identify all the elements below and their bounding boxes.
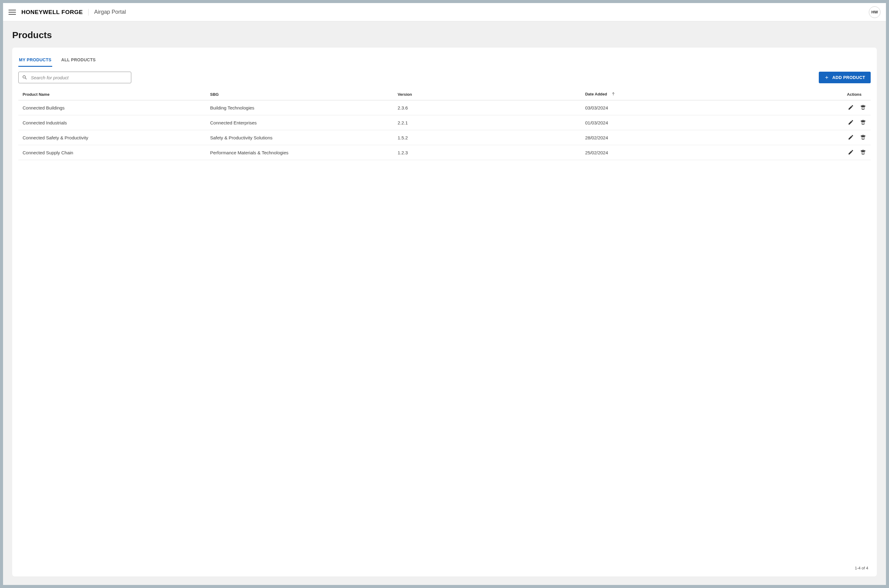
cell-date-added: 28/02/2024 [581,130,769,145]
cell-actions [769,130,871,145]
cell-sbg: Connected Enterprises [206,115,393,130]
add-product-label: ADD PRODUCT [832,75,865,80]
cell-date-added: 01/03/2024 [581,115,769,130]
cell-actions [769,115,871,130]
cell-actions [769,100,871,115]
delete-icon[interactable] [860,134,866,141]
cell-version: 1.2.3 [393,145,581,160]
cell-version: 1.5.2 [393,130,581,145]
cell-sbg: Building Technologies [206,100,393,115]
cell-name: Connected Safety & Productivity [18,130,206,145]
edit-icon[interactable] [847,119,854,126]
cell-date-added: 03/03/2024 [581,100,769,115]
search-wrap [18,72,131,83]
brand-divider [88,9,89,15]
table-row: Connected IndustrialsConnected Enterpris… [18,115,871,130]
delete-icon[interactable] [860,104,866,111]
delete-icon[interactable] [860,149,866,156]
tab-all-products[interactable]: ALL PRODUCTS [61,55,96,67]
topbar: HONEYWELL FORGE Airgap Portal HW [3,3,886,21]
products-card: MY PRODUCTS ALL PRODUCTS ADD PRODUCT [12,48,877,576]
col-header-version[interactable]: Version [393,89,581,100]
avatar[interactable]: HW [869,6,880,18]
col-header-name[interactable]: Product Name [18,89,206,100]
portal-name: Airgap Portal [94,9,126,15]
cell-actions [769,145,871,160]
search-input[interactable] [18,72,131,83]
tabs: MY PRODUCTS ALL PRODUCTS [18,55,871,67]
table-row: Connected Safety & ProductivitySafety & … [18,130,871,145]
menu-icon[interactable] [9,9,16,16]
cell-version: 2.2.1 [393,115,581,130]
add-product-button[interactable]: ADD PRODUCT [819,72,871,83]
col-header-actions: Actions [769,89,871,100]
cell-sbg: Safety & Productivity Solutions [206,130,393,145]
col-header-sbg[interactable]: SBG [206,89,393,100]
cell-name: Connected Buildings [18,100,206,115]
plus-icon [824,75,829,80]
page-title: Products [12,30,877,40]
table-row: Connected Supply ChainPerformance Materi… [18,145,871,160]
cell-date-added: 25/02/2024 [581,145,769,160]
cell-sbg: Performance Materials & Technologies [206,145,393,160]
edit-icon[interactable] [847,104,854,111]
search-icon [22,75,27,80]
pagination-label: 1-4 of 4 [18,560,871,572]
table-row: Connected BuildingsBuilding Technologies… [18,100,871,115]
products-table: Product Name SBG Version Date Added Acti… [18,89,871,160]
cell-version: 2.3.6 [393,100,581,115]
delete-icon[interactable] [860,119,866,126]
tab-my-products[interactable]: MY PRODUCTS [18,55,52,67]
edit-icon[interactable] [847,149,854,156]
col-header-date-added[interactable]: Date Added [581,89,769,100]
brand-logo: HONEYWELL FORGE [21,9,83,15]
sort-ascending-icon [611,92,615,97]
edit-icon[interactable] [847,134,854,141]
cell-name: Connected Supply Chain [18,145,206,160]
cell-name: Connected Industrials [18,115,206,130]
